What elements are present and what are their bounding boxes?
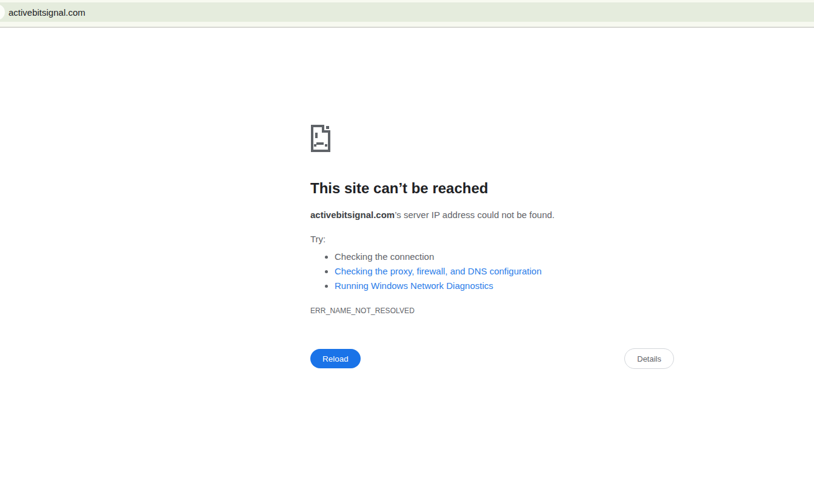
topbar-background: activebitsignal.com [0,2,814,22]
page-title: This site can’t be reached [310,179,674,197]
browser-topbar: activebitsignal.com [0,0,814,28]
error-subtitle: activebitsignal.com’s server IP address … [310,210,674,220]
omnibox-url-text[interactable]: activebitsignal.com [8,2,85,22]
omnibox-pill [0,4,5,20]
sad-file-icon [310,124,331,153]
error-code: ERR_NAME_NOT_RESOLVED [310,307,674,315]
suggestion-item: Running Windows Network Diagnostics [335,279,674,293]
suggestion-item: Checking the proxy, firewall, and DNS co… [335,264,674,279]
suggestion-link[interactable]: Running Windows Network Diagnostics [335,280,493,291]
try-label: Try: [310,234,674,244]
buttons-row: Reload Details [310,348,674,369]
suggestions-list: Checking the connectionChecking the prox… [310,250,674,293]
error-page-content: This site can’t be reached activebitsign… [310,124,674,369]
error-subtitle-rest: ’s server IP address could not be found. [395,210,555,220]
error-subtitle-domain: activebitsignal.com [310,210,395,220]
topbar-divider [0,27,814,28]
reload-button[interactable]: Reload [310,349,361,368]
suggestion-link[interactable]: Checking the proxy, firewall, and DNS co… [335,266,542,276]
details-button[interactable]: Details [624,348,674,369]
suggestion-item: Checking the connection [335,250,674,264]
